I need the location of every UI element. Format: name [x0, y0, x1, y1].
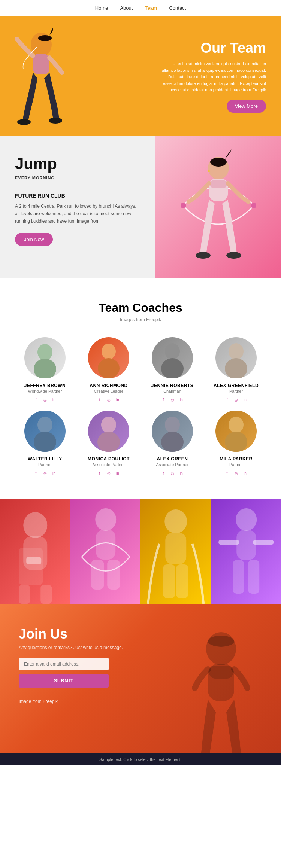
- nav-about[interactable]: About: [120, 5, 133, 11]
- jump-heading: Jump: [15, 155, 140, 173]
- svg-point-26: [165, 417, 180, 433]
- svg-rect-47: [253, 540, 274, 545]
- coach-card-6: MONICA POULIOT Associate Partner f ◎ in: [79, 411, 139, 476]
- strip-photo-1: [0, 499, 70, 604]
- svg-point-1: [38, 35, 52, 41]
- svg-point-3: [17, 119, 31, 125]
- facebook-icon-5[interactable]: f: [33, 470, 39, 476]
- instagram-icon-2[interactable]: ◎: [105, 396, 112, 403]
- svg-point-51: [208, 636, 234, 647]
- coach-name-4: ALEX GREENFIELD: [206, 383, 266, 388]
- coaches-img-credit: Images from Freepik: [15, 317, 266, 322]
- coach-social-8: f ◎ in: [206, 470, 266, 476]
- jump-left-panel: Jump EVERY MORNING FUTURE RUN CLUB A 2 t…: [0, 136, 155, 278]
- svg-rect-45: [236, 530, 256, 560]
- linkedin-icon-4[interactable]: in: [242, 396, 248, 403]
- main-nav: Home About Team Contact: [0, 0, 281, 16]
- svg-point-12: [196, 252, 211, 259]
- nav-home[interactable]: Home: [95, 5, 108, 11]
- strip-photo-4: [211, 499, 281, 604]
- jump-section: Jump EVERY MORNING FUTURE RUN CLUB A 2 t…: [0, 136, 281, 278]
- email-input[interactable]: [19, 658, 109, 670]
- hero-title: Our Team: [161, 40, 266, 56]
- linkedin-icon-3[interactable]: in: [178, 396, 185, 403]
- hero-section: Our Team Ut enim ad minim veniam, quis n…: [0, 16, 281, 136]
- coach-social-6: f ◎ in: [79, 470, 139, 476]
- instagram-icon-5[interactable]: ◎: [42, 470, 48, 476]
- facebook-icon-1[interactable]: f: [33, 396, 39, 403]
- facebook-icon-7[interactable]: f: [160, 470, 167, 476]
- coach-title-8: Partner: [206, 462, 266, 467]
- facebook-icon-8[interactable]: f: [224, 470, 230, 476]
- svg-point-15: [34, 359, 56, 378]
- linkedin-icon-8[interactable]: in: [242, 470, 248, 476]
- svg-point-13: [226, 252, 241, 259]
- coaches-grid: JEFFREY BROWN Worldwide Partner f ◎ in A…: [15, 337, 266, 476]
- svg-rect-5: [181, 203, 186, 208]
- nav-contact[interactable]: Contact: [169, 5, 186, 11]
- coach-avatar-1: [24, 337, 66, 378]
- coach-title-5: Partner: [15, 462, 75, 467]
- linkedin-icon-1[interactable]: in: [51, 396, 57, 403]
- svg-rect-43: [176, 564, 188, 598]
- linkedin-icon-7[interactable]: in: [178, 470, 185, 476]
- svg-rect-42: [163, 564, 175, 598]
- linkedin-icon-2[interactable]: in: [114, 396, 121, 403]
- view-more-button[interactable]: View More: [227, 100, 266, 113]
- facebook-icon-4[interactable]: f: [224, 396, 230, 403]
- facebook-icon-6[interactable]: f: [96, 470, 103, 476]
- instagram-icon-1[interactable]: ◎: [42, 396, 48, 403]
- team-coaches-section: Team Coaches Images from Freepik JEFFREY…: [0, 278, 281, 491]
- jump-right-panel: [155, 136, 281, 278]
- svg-point-40: [164, 509, 187, 533]
- svg-point-8: [210, 158, 227, 167]
- coach-name-8: MILA PARKER: [206, 456, 266, 462]
- coach-social-7: f ◎ in: [142, 470, 202, 476]
- coach-name-1: JEFFREY BROWN: [15, 383, 75, 388]
- nav-team[interactable]: Team: [145, 5, 157, 11]
- svg-point-16: [102, 344, 116, 359]
- coach-name-5: WALTER LILLY: [15, 456, 75, 462]
- submit-button[interactable]: SUBMIT: [19, 674, 109, 688]
- coach-avatar-4: [215, 337, 257, 378]
- svg-rect-33: [19, 548, 43, 585]
- linkedin-icon-6[interactable]: in: [114, 470, 121, 476]
- coach-card-5: WALTER LILLY Partner f ◎ in: [15, 411, 75, 476]
- coach-avatar-2: [88, 337, 129, 378]
- coach-avatar-7: [152, 411, 193, 452]
- coach-title-1: Worldwide Partner: [15, 389, 75, 393]
- club-heading: FUTURE RUN CLUB: [15, 193, 140, 199]
- svg-point-9: [208, 170, 210, 172]
- join-us-section: Join Us Any questions or remarks? Just w…: [0, 604, 281, 753]
- svg-rect-11: [210, 180, 227, 188]
- instagram-icon-3[interactable]: ◎: [169, 396, 176, 403]
- svg-point-22: [37, 417, 52, 433]
- svg-rect-49: [248, 560, 259, 594]
- facebook-icon-2[interactable]: f: [96, 396, 103, 403]
- svg-point-36: [95, 508, 116, 531]
- footer-text: Sample text. Click to select the Text El…: [99, 757, 182, 762]
- coach-social-3: f ◎ in: [142, 396, 202, 403]
- linkedin-icon-5[interactable]: in: [51, 470, 57, 476]
- facebook-icon-3[interactable]: f: [160, 396, 167, 403]
- instagram-icon-6[interactable]: ◎: [105, 470, 112, 476]
- svg-rect-2: [33, 54, 49, 74]
- svg-rect-41: [165, 533, 186, 564]
- hero-description: Ut enim ad minim veniam, quis nostrud ex…: [161, 61, 266, 94]
- instagram-icon-8[interactable]: ◎: [233, 470, 239, 476]
- svg-point-25: [97, 432, 120, 452]
- svg-point-18: [165, 343, 180, 360]
- instagram-icon-7[interactable]: ◎: [169, 470, 176, 476]
- coach-card-7: ALEX GREEN Associate Partner f ◎ in: [142, 411, 202, 476]
- coach-name-7: ALEX GREEN: [142, 456, 202, 462]
- join-now-button[interactable]: Join Now: [15, 233, 53, 246]
- strip-photo-3: [140, 499, 211, 604]
- coach-card-3: JENNIE ROBERTS Chairman f ◎ in: [142, 337, 202, 403]
- svg-point-30: [23, 512, 47, 538]
- instagram-icon-4[interactable]: ◎: [233, 396, 239, 403]
- svg-rect-46: [218, 540, 239, 545]
- coach-card-2: ANN RICHMOND Creative Leader f ◎ in: [79, 337, 139, 403]
- club-description: A 2 to 4 mile Central Park run followed …: [15, 202, 140, 225]
- jump-subtitle: EVERY MORNING: [15, 174, 140, 182]
- freepik-link[interactable]: Freepik: [43, 699, 58, 704]
